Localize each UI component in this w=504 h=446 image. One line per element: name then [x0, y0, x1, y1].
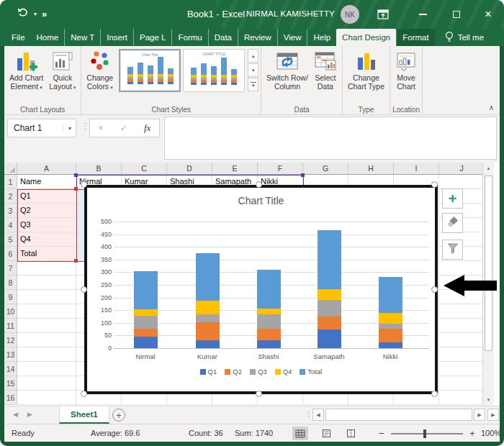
bar-segment-total-nikki[interactable] [379, 277, 402, 313]
column-header-i[interactable]: I [394, 163, 439, 175]
tab-help[interactable]: Help [307, 29, 336, 46]
bar-segment-q3-kumar[interactable] [196, 314, 220, 322]
cell-J12[interactable] [439, 333, 485, 347]
normal-view-icon[interactable] [292, 427, 308, 440]
ribbon-button-move-chart[interactable]: MoveChart [392, 47, 420, 92]
ribbon-button-select-data[interactable]: SelectData [311, 47, 340, 92]
scroll-down-icon[interactable]: ▼ [483, 394, 494, 406]
minimize-button[interactable] [414, 6, 431, 23]
range-handle[interactable] [74, 173, 78, 177]
chart-styles-button[interactable] [442, 213, 463, 233]
cell-A9[interactable] [17, 290, 76, 304]
bar-segment-q1-nirmal[interactable] [134, 337, 158, 348]
cell-J10[interactable] [439, 304, 485, 319]
zoom-in-icon[interactable]: + [469, 428, 475, 439]
bar-segment-q4-kumar[interactable] [196, 301, 220, 314]
cell-A2[interactable]: Q1 [17, 189, 76, 204]
cell-J11[interactable] [439, 319, 485, 333]
bar-segment-q2-nikki[interactable] [379, 329, 402, 342]
row-header-12[interactable]: 12 [4, 333, 17, 347]
cell-A12[interactable] [17, 333, 76, 347]
tab-review[interactable]: Review [238, 29, 277, 46]
chart-style-thumbnail-2[interactable]: CHART TITLE [183, 49, 245, 92]
bar-segment-q1-samapath[interactable] [318, 329, 341, 348]
legend-item-q1[interactable]: Q1 [200, 368, 217, 376]
column-header-a[interactable]: A [17, 163, 76, 175]
tab-data[interactable]: Data [208, 29, 238, 46]
bar-segment-q2-shashi[interactable] [257, 329, 281, 340]
cell-A10[interactable] [17, 304, 76, 319]
collapse-ribbon-icon[interactable]: ∧ [489, 104, 494, 112]
page-break-view-icon[interactable] [343, 427, 359, 440]
ribbon-button-change-chart-type[interactable]: ChangeChart Type [345, 47, 387, 92]
chart-title[interactable]: Chart Title [87, 195, 435, 206]
range-handle[interactable] [74, 187, 78, 191]
cell-A7[interactable] [17, 261, 76, 276]
cell-A3[interactable]: Q2 [17, 204, 76, 218]
enter-icon[interactable]: ✓ [120, 123, 127, 133]
bar-segment-total-kumar[interactable] [196, 253, 220, 301]
cell-A14[interactable] [17, 362, 76, 376]
bar-segment-q4-nirmal[interactable] [134, 309, 158, 316]
row-header-9[interactable]: 9 [4, 290, 17, 304]
chart[interactable]: Chart Title 0501001502002503003504004505… [84, 185, 438, 394]
scroll-up-icon[interactable]: ▲ [483, 163, 494, 174]
close-button[interactable]: × [480, 6, 497, 23]
cell-J1[interactable] [439, 175, 485, 189]
row-header-7[interactable]: 7 [4, 261, 17, 276]
ribbon-button-add-chart-element[interactable]: Add ChartElement▾ [6, 47, 46, 94]
bar-segment-q1-nikki[interactable] [379, 342, 402, 348]
row-header-15[interactable]: 15 [4, 376, 17, 391]
chart-handle-mid-right[interactable] [431, 286, 438, 293]
column-header-e[interactable]: E [212, 163, 258, 175]
cell-J15[interactable] [439, 376, 485, 391]
cell-A6[interactable]: Total [17, 247, 76, 261]
cell-A5[interactable]: Q4 [17, 232, 76, 247]
bar-segment-q3-nikki[interactable] [379, 324, 402, 329]
bar-segment-q2-kumar[interactable] [196, 322, 220, 340]
bar-segment-total-samapath[interactable] [318, 230, 341, 289]
zoom-slider-thumb[interactable] [423, 429, 426, 438]
bar-segment-q3-samapath[interactable] [318, 300, 341, 317]
name-box[interactable]: Chart 1 ▾ [7, 119, 76, 137]
tab-file[interactable]: File [6, 29, 31, 46]
row-header-6[interactable]: 6 [4, 247, 17, 261]
chart-legend[interactable]: Q1Q2Q3Q4Total [87, 368, 435, 376]
column-header-g[interactable]: G [303, 163, 348, 175]
column-header-h[interactable]: H [348, 163, 394, 175]
row-header-1[interactable]: 1 [4, 175, 17, 189]
column-header-d[interactable]: D [167, 163, 212, 175]
row-header-2[interactable]: 2 [4, 189, 17, 204]
cell-J7[interactable] [439, 261, 485, 276]
bar-segment-total-shashi[interactable] [257, 270, 281, 309]
row-header-8[interactable]: 8 [4, 276, 17, 290]
gallery-scroll-up-icon[interactable]: ▲ [248, 49, 258, 63]
row-header-10[interactable]: 10 [4, 304, 17, 319]
chart-elements-button[interactable]: + [442, 188, 463, 209]
zoom-level[interactable]: 100% [481, 429, 501, 437]
chart-filters-button[interactable] [442, 240, 463, 260]
chart-handle-top-right[interactable] [431, 181, 438, 188]
bar-segment-q4-shashi[interactable] [257, 309, 281, 314]
tab-home[interactable]: Home [31, 29, 65, 46]
column-header-j[interactable]: J [439, 163, 485, 175]
zoom-out-icon[interactable]: − [379, 428, 384, 439]
legend-item-total[interactable]: Total [300, 368, 322, 376]
bar-segment-q1-kumar[interactable] [196, 340, 220, 348]
sheet-nav-right-icon[interactable]: ▶ [27, 411, 32, 418]
row-header-4[interactable]: 4 [4, 218, 17, 232]
gallery-more-icon[interactable]: ▼ [248, 78, 258, 91]
qat-overflow-icon[interactable]: » [42, 9, 47, 19]
hscroll-right-icon[interactable]: ▶ [474, 409, 485, 421]
cell-A16[interactable] [17, 391, 76, 405]
tab-formu[interactable]: Formu [171, 29, 207, 46]
column-header-c[interactable]: C [122, 163, 167, 175]
undo-dropdown-icon[interactable]: ▾ [34, 11, 37, 17]
cell-A8[interactable] [17, 276, 76, 290]
column-header-b[interactable]: B [76, 163, 122, 175]
ribbon-button-switch-row-column[interactable]: Switch Row/Column [264, 47, 311, 92]
cell-J13[interactable] [439, 347, 485, 362]
row-header-11[interactable]: 11 [4, 319, 17, 333]
chart-handle-bottom-center[interactable] [256, 391, 262, 397]
hscroll-left-icon[interactable]: ◀ [312, 409, 324, 421]
